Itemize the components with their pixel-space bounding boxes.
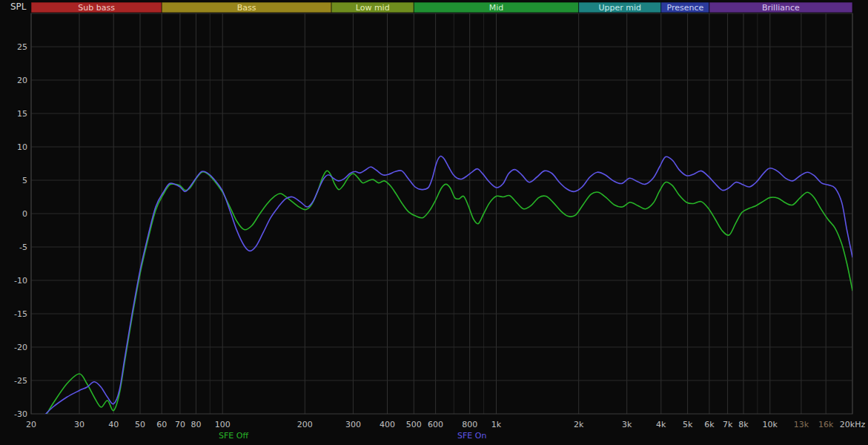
x-tick-label: 2k [574, 420, 584, 429]
y-tick-label: 15 [17, 109, 27, 119]
band-presence: Presence [661, 2, 709, 13]
x-tick-label: 4k [656, 420, 666, 429]
frequency-response-chart: Sub bassBassLow midMidUpper midPresenceB… [0, 0, 868, 445]
x-tick-label: 20 [26, 420, 36, 429]
band-label: Presence [667, 3, 704, 13]
x-tick-label: 300 [345, 420, 361, 429]
band-label: Upper mid [599, 3, 642, 13]
x-tick-label: 5k [683, 420, 693, 429]
y-tick-label: 25 [17, 42, 27, 52]
x-tick-label: 50 [135, 420, 145, 429]
x-tick-label: 70 [175, 420, 185, 429]
legend-sfe-off[interactable]: SFE Off [219, 431, 248, 441]
x-tick-label: 6k [704, 420, 715, 429]
band-low-mid: Low mid [331, 2, 414, 13]
y-tick-label: -30 [14, 409, 27, 419]
band-mid: Mid [414, 2, 578, 13]
band-brilliance: Brilliance [709, 2, 852, 13]
x-tick-label: 7k [723, 420, 733, 429]
y-tick-label: -5 [19, 243, 27, 252]
y-tick-label: 5 [22, 176, 27, 185]
x-tick-label: 800 [462, 420, 477, 429]
y-tick-label: -10 [14, 276, 27, 286]
x-tick-label: 8k [738, 420, 749, 429]
x-tick-label: 200 [297, 420, 313, 429]
y-tick-label: 20 [17, 76, 27, 85]
y-tick-label: 0 [22, 209, 27, 219]
curve-sfe-on[interactable] [31, 156, 852, 427]
frequency-band-bar: Sub bassBassLow midMidUpper midPresenceB… [31, 2, 852, 13]
band-label: Bass [237, 3, 256, 13]
spl-measurement-app: { "chart_data": { "type": "line", "title… [0, 0, 868, 445]
x-tick-label: 80 [191, 420, 201, 429]
x-tick-label: 3k [622, 420, 632, 429]
band-sub-bass: Sub bass [31, 2, 162, 13]
x-tick-label: 1k [491, 420, 502, 429]
band-label: Brilliance [762, 3, 800, 13]
x-tick-label: 100 [215, 420, 231, 429]
axis-labels: 2520151050-5-10-15-20-25-302030405060708… [14, 42, 865, 429]
x-tick-label: 30 [74, 420, 85, 429]
band-label: Low mid [356, 3, 390, 13]
curves [31, 156, 852, 434]
y-tick-label: -15 [14, 309, 27, 319]
x-tick-label: 600 [428, 420, 443, 429]
legend-sfe-on[interactable]: SFE On [457, 431, 486, 441]
x-tick-label: 40 [108, 420, 119, 429]
x-tick-label: 400 [380, 420, 395, 429]
x-tick-label: 20kHz [840, 420, 866, 429]
band-upper-mid: Upper mid [579, 2, 661, 13]
x-tick-label: 500 [406, 420, 422, 429]
y-tick-label: 10 [17, 142, 27, 152]
x-tick-label: 13k [794, 420, 809, 429]
x-tick-label: 16k [818, 420, 834, 429]
y-tick-label: -20 [14, 343, 27, 352]
band-label: Mid [489, 3, 504, 13]
band-label: Sub bass [78, 3, 115, 13]
x-tick-label: 60 [156, 420, 167, 429]
y-tick-label: -25 [14, 376, 27, 386]
x-tick-label: 10k [763, 420, 778, 429]
band-bass: Bass [162, 2, 331, 13]
